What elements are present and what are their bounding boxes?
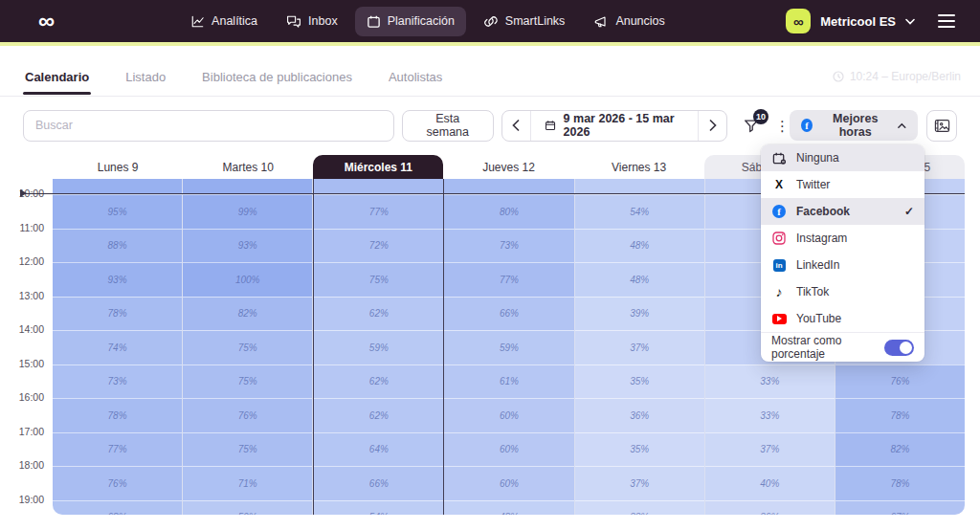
heatmap-cell[interactable]: 75% — [183, 330, 312, 364]
heatmap-cell[interactable]: 93% — [183, 229, 312, 263]
dropdown-item-facebook[interactable]: fFacebook✓ — [761, 198, 924, 225]
heatmap-cell[interactable]: 48% — [575, 229, 704, 263]
heatmap-cell[interactable]: 71% — [183, 466, 312, 500]
heatmap-cell[interactable]: 68% — [53, 500, 182, 516]
heatmap-cell[interactable]: 76% — [183, 398, 312, 432]
heatmap-cell[interactable]: 60% — [444, 466, 573, 500]
day-header-miercoles-11[interactable]: Miércoles 11 — [313, 155, 443, 179]
heatmap-cell[interactable]: 82% — [183, 297, 312, 331]
heatmap-cell[interactable]: 76% — [53, 466, 182, 500]
heatmap-cell[interactable]: 75% — [314, 262, 443, 297]
more-options-button[interactable]: ⋮ — [775, 119, 790, 133]
heatmap-cell[interactable]: 54% — [314, 500, 443, 516]
this-week-button[interactable]: Esta semana — [402, 110, 494, 142]
heatmap-cell[interactable]: 74% — [53, 330, 182, 364]
heatmap-cell[interactable] — [314, 179, 443, 194]
heatmap-cell[interactable]: 62% — [314, 398, 443, 432]
date-range-button[interactable]: 9 mar 2026 - 15 mar 2026 — [530, 111, 700, 141]
heatmap-cell[interactable]: 78% — [53, 297, 182, 331]
heatmap-cell[interactable]: 59% — [444, 330, 573, 364]
heatmap-cell[interactable]: 59% — [183, 500, 312, 516]
heatmap-cell[interactable]: 35% — [575, 364, 704, 399]
heatmap-cell[interactable]: 39% — [575, 297, 704, 331]
heatmap-cell[interactable]: 100% — [183, 262, 312, 297]
chevron-down-icon[interactable] — [905, 18, 915, 25]
day-header-martes-10[interactable]: Martes 10 — [183, 155, 313, 179]
day-header-jueves-12[interactable]: Jueves 12 — [443, 155, 573, 179]
heatmap-cell[interactable]: 95% — [53, 194, 182, 229]
heatmap-cell[interactable]: 76% — [835, 364, 965, 399]
metricool-logo[interactable]: ∞ — [38, 10, 55, 33]
account-name[interactable]: Metricool ES — [820, 14, 896, 29]
heatmap-cell[interactable]: 40% — [705, 466, 835, 500]
heatmap-cell[interactable]: 36% — [575, 398, 704, 432]
heatmap-cell[interactable]: 77% — [444, 262, 573, 297]
best-hours-button[interactable]: f Mejores horas — [790, 110, 918, 141]
heatmap-cell[interactable]: 66% — [314, 466, 443, 500]
filter-button[interactable]: 10 — [743, 117, 760, 134]
tab-autolistas[interactable]: Autolistas — [387, 60, 444, 94]
heatmap-cell[interactable]: 62% — [314, 364, 443, 399]
heatmap-cell[interactable]: 60% — [444, 432, 573, 467]
heatmap-cell[interactable]: 78% — [835, 398, 965, 432]
nav-item-smartlinks[interactable]: SmartLinks — [472, 7, 577, 36]
dropdown-item-tiktok[interactable]: ♪TikTok — [761, 278, 924, 305]
heatmap-cell[interactable]: 77% — [314, 194, 443, 229]
menu-icon[interactable] — [938, 14, 955, 28]
heatmap-cell[interactable]: 54% — [575, 194, 704, 229]
heatmap-cell[interactable]: 64% — [314, 432, 443, 467]
heatmap-cell[interactable]: 48% — [575, 262, 704, 297]
heatmap-cell[interactable]: 67% — [835, 500, 965, 516]
heatmap-cell[interactable]: 73% — [444, 229, 573, 263]
heatmap-cell[interactable]: 33% — [705, 398, 835, 432]
dropdown-item-instagram[interactable]: Instagram — [761, 225, 924, 252]
heatmap-cell[interactable]: 37% — [575, 466, 704, 500]
heatmap-cell[interactable]: 78% — [835, 466, 965, 500]
heatmap-cell[interactable]: 66% — [444, 297, 573, 331]
heatmap-cell[interactable]: 62% — [314, 297, 443, 331]
show-as-percentage-toggle[interactable] — [884, 340, 914, 356]
heatmap-cell[interactable]: 78% — [53, 398, 182, 432]
tab-listado[interactable]: Listado — [123, 60, 167, 94]
heatmap-cell[interactable]: 77% — [53, 432, 182, 467]
heatmap-cell[interactable]: 37% — [705, 432, 835, 467]
heatmap-cell[interactable]: 60% — [444, 398, 573, 432]
heatmap-cell[interactable]: 37% — [575, 330, 704, 364]
media-library-button[interactable] — [926, 110, 957, 142]
heatmap-cell[interactable]: 99% — [183, 194, 312, 229]
heatmap-cell[interactable]: 36% — [705, 500, 835, 516]
heatmap-cell[interactable]: 33% — [575, 500, 704, 516]
heatmap-cell[interactable]: 88% — [53, 229, 182, 263]
heatmap-cell[interactable]: 35% — [575, 432, 704, 467]
heatmap-cell[interactable]: 93% — [53, 262, 182, 297]
next-week-button[interactable] — [699, 111, 726, 141]
heatmap-cell[interactable]: 33% — [705, 364, 835, 399]
nav-item-analitica[interactable]: Analítica — [179, 7, 269, 36]
heatmap-cell[interactable]: 75% — [183, 364, 312, 399]
nav-item-planificacion[interactable]: Planificación — [355, 7, 466, 36]
day-header-viernes-13[interactable]: Viernes 13 — [574, 155, 704, 179]
tab-biblioteca-de-publicaciones[interactable]: Biblioteca de publicaciones — [200, 60, 354, 94]
heatmap-cell[interactable]: 72% — [314, 229, 443, 263]
heatmap-cell[interactable]: 80% — [444, 194, 573, 229]
heatmap-cell[interactable]: 82% — [835, 432, 965, 467]
heatmap-cell[interactable]: 59% — [314, 330, 443, 364]
tab-calendario[interactable]: Calendario — [23, 60, 91, 94]
day-header-lunes-9[interactable]: Lunes 9 — [53, 155, 183, 179]
heatmap-cell[interactable]: 75% — [183, 432, 312, 467]
heatmap-cell[interactable] — [575, 179, 704, 194]
heatmap-cell[interactable] — [183, 179, 312, 194]
prev-week-button[interactable] — [502, 111, 530, 141]
dropdown-item-youtube[interactable]: YouTube — [761, 305, 924, 332]
heatmap-cell[interactable]: 48% — [444, 500, 573, 516]
heatmap-cell[interactable] — [53, 179, 182, 194]
dropdown-item-ninguna[interactable]: Ninguna — [761, 144, 924, 171]
heatmap-cell[interactable]: 73% — [53, 364, 182, 399]
avatar[interactable]: ∞ — [786, 9, 811, 33]
dropdown-item-twitter[interactable]: XTwitter — [761, 171, 924, 198]
nav-item-anuncios[interactable]: Anuncios — [582, 7, 676, 36]
dropdown-item-linkedin[interactable]: inLinkedIn — [761, 252, 924, 278]
heatmap-cell[interactable] — [444, 179, 573, 194]
nav-item-inbox[interactable]: Inbox — [275, 7, 349, 36]
search-input[interactable] — [23, 110, 394, 142]
